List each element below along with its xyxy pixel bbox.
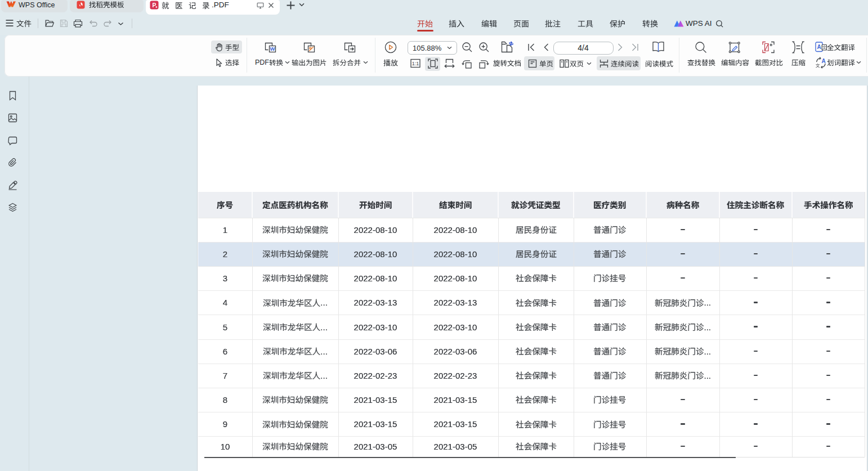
svg-text:A: A — [822, 58, 826, 64]
svg-text:P: P — [152, 2, 156, 8]
svg-text:1:1: 1:1 — [412, 61, 419, 66]
svg-text:A: A — [817, 44, 821, 50]
svg-text:W: W — [270, 46, 275, 52]
